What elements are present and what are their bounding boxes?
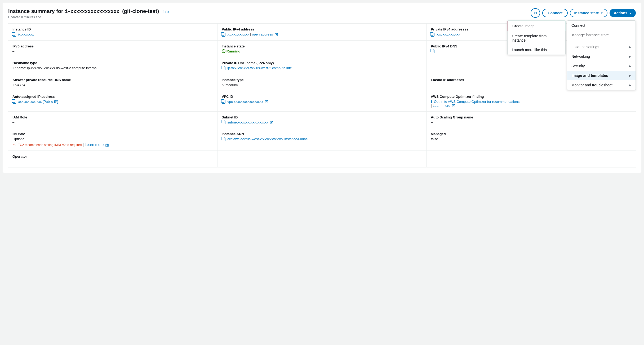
- copy-subnet-id[interactable]: [222, 121, 225, 124]
- menu-item-security[interactable]: Security ▶: [567, 61, 636, 71]
- label-iam-role: IAM Role: [12, 115, 213, 119]
- link-auto-assigned-ip[interactable]: xxx.xxx.xxx.xxx [Public IP]: [18, 100, 58, 104]
- warning-icon: ⚠: [12, 143, 16, 147]
- cell-managed: Managed false: [427, 128, 636, 151]
- connect-button[interactable]: Connect: [542, 9, 568, 17]
- refresh-button[interactable]: ↻: [531, 8, 540, 18]
- copy-instance-arn[interactable]: [222, 138, 225, 141]
- copy-vpc-id[interactable]: [222, 100, 225, 104]
- label-auto-assigned-ip: Auto-assigned IP address: [12, 95, 213, 99]
- cell-instance-type: Instance type t2.medium: [217, 74, 427, 91]
- updated-text: Updated 8 minutes ago: [8, 15, 169, 19]
- instance-settings-arrow: ▶: [629, 46, 631, 48]
- cell-private-dns: Private IP DNS name (IPv4 only) ip-xxx-x…: [217, 57, 427, 74]
- label-hostname-type: Hostname type: [12, 61, 213, 65]
- imdsv2-learn-more[interactable]: Learn more: [85, 143, 104, 147]
- copy-instance-id[interactable]: [12, 33, 16, 37]
- instance-state-button[interactable]: Instance state ▼: [570, 9, 607, 17]
- copy-public-dns[interactable]: [431, 50, 434, 53]
- info-link[interactable]: Info: [163, 10, 169, 14]
- link-private-ipv4[interactable]: xxx.xxx.xxx.xxx: [437, 32, 460, 36]
- optimizer-learn-more[interactable]: Learn more: [433, 104, 450, 108]
- copy-private-ipv4[interactable]: [431, 33, 434, 37]
- link-private-dns[interactable]: ip-xxx-xxx-xxx-xxx.us-west-2.compute.int…: [227, 66, 295, 70]
- toolbar: ↻ Connect Instance state ▼ Actions ▲ Con…: [531, 8, 636, 18]
- value-autoscaling-group: –: [431, 120, 632, 124]
- value-answer-private-dns: IPv4 (A): [12, 83, 213, 87]
- value-auto-assigned-ip: xxx.xxx.xxx.xxx [Public IP]: [12, 100, 213, 104]
- value-imdsv2: Optional: [12, 137, 213, 141]
- copy-auto-assigned-ip[interactable]: [12, 100, 16, 104]
- link-subnet-id[interactable]: subnet-xxxxxxxxxxxxxxxxx: [227, 120, 268, 124]
- cell-operator: Operator –: [8, 151, 217, 167]
- menu-item-networking[interactable]: Networking ▶: [567, 52, 636, 61]
- actions-button[interactable]: Actions ▲: [610, 9, 636, 17]
- cell-instance-state: Instance state Running: [217, 41, 427, 58]
- value-iam-role: –: [12, 120, 213, 124]
- menu-item-image-templates[interactable]: Image and templates ▶: [567, 71, 636, 80]
- link-instance-arn[interactable]: arn:aws:ec2:us-west-2:xxxxxxxxxxxx:insta…: [227, 137, 310, 141]
- submenu-create-image[interactable]: Create image: [508, 21, 565, 31]
- copy-private-dns[interactable]: [222, 67, 225, 70]
- external-link-icon: [275, 33, 278, 36]
- page-title: Instance summary for i-xxxxxxxxxxxxxxxxx…: [8, 8, 161, 14]
- label-public-ipv4: Public IPv4 address: [222, 27, 422, 31]
- label-optimizer: AWS Compute Optimizer finding: [431, 95, 632, 99]
- value-instance-type: t2.medium: [222, 83, 422, 87]
- open-address-link[interactable]: open address: [252, 32, 273, 36]
- instance-name-in-title: (git-clone-test): [122, 8, 159, 14]
- imdsv2-warning: EC2 recommends setting IMDSv2 to require…: [18, 143, 82, 147]
- networking-arrow: ▶: [629, 55, 631, 58]
- copy-public-ipv4[interactable]: [222, 33, 225, 37]
- value-ipv6: –: [12, 49, 213, 53]
- cell-vpc-id: VPC ID vpc-xxxxxxxxxxxxxxxxx: [217, 91, 427, 112]
- label-operator: Operator: [12, 154, 213, 158]
- value-instance-arn: arn:aws:ec2:us-west-2:xxxxxxxxxxxx:insta…: [222, 137, 422, 141]
- instance-id-in-title: i-xxxxxxxxxxxxxxxxx: [65, 8, 122, 14]
- submenu-create-template[interactable]: Create template from instance: [508, 31, 565, 45]
- value-managed: false: [431, 137, 632, 141]
- menu-item-connect[interactable]: Connect: [567, 21, 636, 30]
- cell-imdsv2: IMDSv2 Optional ⚠ EC2 recommends setting…: [8, 128, 217, 151]
- instance-state-chevron: ▼: [601, 12, 603, 15]
- label-instance-state: Instance state: [222, 44, 422, 48]
- value-public-ipv4: xx.xxx.xxx.xxx | open address: [222, 32, 422, 37]
- label-private-dns: Private IP DNS name (IPv4 only): [222, 61, 422, 65]
- link-instance-id[interactable]: i-xxxxxxxx: [18, 32, 34, 36]
- label-instance-type: Instance type: [222, 78, 422, 82]
- divider-1: [567, 41, 636, 41]
- label-vpc-id: VPC ID: [222, 95, 422, 99]
- label-instance-arn: Instance ARN: [222, 132, 422, 136]
- optimizer-opt-in-link[interactable]: Opt-in to AWS Compute Optimizer for reco…: [434, 100, 521, 104]
- instance-state-label: Instance state: [574, 11, 599, 15]
- value-private-dns: ip-xxx-xxx-xxx-xxx.us-west-2.compute.int…: [222, 66, 422, 70]
- label-autoscaling-group: Auto Scaling Group name: [431, 115, 632, 119]
- status-running-dot: [222, 49, 225, 53]
- actions-dropdown-container: Actions ▲ Connect Manage instance state …: [610, 9, 636, 17]
- cell-r8c3-empty: [427, 151, 636, 167]
- menu-item-manage-instance-state[interactable]: Manage instance state: [567, 30, 636, 40]
- optimizer-external-icon: [452, 104, 455, 107]
- menu-item-monitor-troubleshoot[interactable]: Monitor and troubleshoot ▶: [567, 80, 636, 90]
- value-optimizer: ℹ Opt-in to AWS Compute Optimizer for re…: [431, 100, 632, 108]
- cell-autoscaling-group: Auto Scaling Group name –: [427, 112, 636, 129]
- value-instance-id: i-xxxxxxxx: [12, 32, 213, 37]
- link-public-ipv4[interactable]: xx.xxx.xxx.xxx: [227, 32, 249, 36]
- label-instance-id: Instance ID: [12, 27, 213, 31]
- value-instance-state: Running: [222, 49, 422, 53]
- monitor-arrow: ▶: [629, 84, 631, 87]
- instance-summary-panel: Instance summary for i-xxxxxxxxxxxxxxxxx…: [3, 3, 641, 173]
- cell-answer-private-dns: Answer private resource DNS name IPv4 (A…: [8, 74, 217, 91]
- actions-label: Actions: [614, 11, 627, 15]
- cell-instance-id: Instance ID i-xxxxxxxx: [8, 24, 217, 41]
- cell-optimizer: AWS Compute Optimizer finding ℹ Opt-in t…: [427, 91, 636, 112]
- cell-instance-arn: Instance ARN arn:aws:ec2:us-west-2:xxxxx…: [217, 128, 427, 151]
- image-templates-arrow: ▶: [629, 74, 631, 77]
- header-row: Instance summary for i-xxxxxxxxxxxxxxxxx…: [8, 8, 636, 19]
- cell-auto-assigned-ip: Auto-assigned IP address xxx.xxx.xxx.xxx…: [8, 91, 217, 112]
- imdsv2-external-icon: [105, 144, 109, 147]
- submenu-launch-more[interactable]: Launch more like this: [508, 45, 565, 55]
- label-ipv6: IPv6 address: [12, 44, 213, 48]
- link-vpc-id[interactable]: vpc-xxxxxxxxxxxxxxxxx: [227, 100, 263, 104]
- menu-item-instance-settings[interactable]: Instance settings ▶: [567, 42, 636, 52]
